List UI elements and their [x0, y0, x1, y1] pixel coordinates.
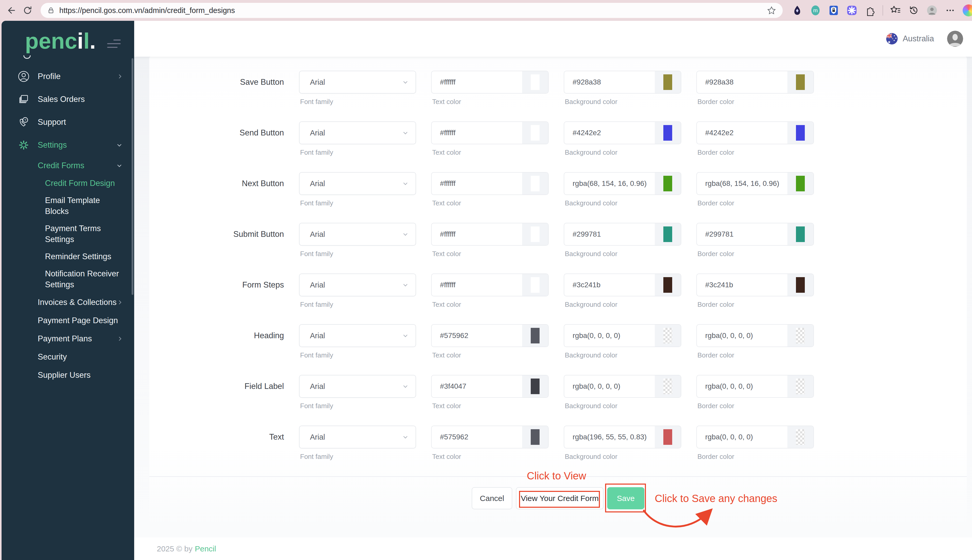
sidebar-item-sales-orders[interactable]: Sales Orders [2, 88, 134, 111]
border-color-input[interactable]: rgba(0, 0, 0, 0) [696, 426, 814, 448]
favorites-icon[interactable] [890, 5, 901, 16]
text-color-input[interactable]: #ffffff [431, 71, 549, 93]
font-family-select[interactable]: Arial [299, 172, 416, 195]
background-color-input[interactable]: rgba(0, 0, 0, 0) [564, 324, 681, 347]
back-icon[interactable] [5, 5, 17, 16]
color-swatch-button[interactable] [655, 71, 681, 93]
sidebar-item-payment-plans[interactable]: Payment Plans [2, 330, 134, 348]
url-text[interactable]: https://pencil.gos.com.vn/admin/credit_f… [59, 6, 235, 15]
color-swatch-button[interactable] [522, 274, 548, 296]
background-color-input[interactable]: #299781 [564, 223, 681, 246]
color-swatch-button[interactable] [787, 375, 814, 397]
color-swatch-button[interactable] [655, 325, 681, 347]
sidebar-item-profile[interactable]: Profile [2, 65, 134, 88]
refresh-icon[interactable] [22, 5, 33, 16]
color-swatch-button[interactable] [787, 173, 814, 195]
color-swatch-button[interactable] [522, 173, 548, 195]
font-family-select[interactable]: Arial [299, 122, 416, 144]
text-color-input[interactable]: #ffffff [431, 122, 549, 144]
sidebar-item-invoices-collections[interactable]: Invoices & Collections [2, 293, 134, 312]
sidebar-item-support[interactable]: ? Support [2, 111, 134, 133]
copilot-icon[interactable] [963, 4, 972, 17]
color-swatch-button[interactable] [522, 426, 548, 448]
footer-brand-link[interactable]: Pencil [195, 544, 216, 553]
font-family-select[interactable]: Arial [299, 273, 416, 297]
sidebar-item-credit-forms[interactable]: Credit Forms [2, 157, 134, 175]
save-button[interactable]: Save [607, 487, 644, 509]
bookmark-star-icon[interactable] [767, 6, 776, 15]
font-family-select[interactable]: Arial [299, 375, 416, 398]
sidebar-item-reminder-settings[interactable]: Reminder Settings [2, 248, 134, 265]
text-color-input[interactable]: #ffffff [431, 273, 549, 297]
more-menu-icon[interactable] [944, 5, 956, 16]
extension-flower-icon[interactable] [846, 5, 858, 16]
extension-m-icon[interactable]: m [810, 5, 821, 16]
border-color-input[interactable]: #4242e2 [696, 122, 814, 144]
extension-flame-icon[interactable] [792, 5, 803, 16]
border-color-input[interactable]: rgba(0, 0, 0, 0) [696, 375, 814, 398]
sidebar-item-payment-page-design[interactable]: Payment Page Design [2, 312, 134, 330]
color-swatch-button[interactable] [522, 375, 548, 397]
background-color-input[interactable]: #928a38 [564, 71, 681, 93]
sidebar-item-supplier-users[interactable]: Supplier Users [2, 366, 134, 384]
color-swatch-button[interactable] [522, 325, 548, 347]
background-color-input[interactable]: #4242e2 [564, 122, 681, 144]
text-color-input[interactable]: #575962 [431, 426, 549, 448]
background-color-input[interactable]: rgba(0, 0, 0, 0) [564, 375, 681, 398]
view-credit-form-button[interactable]: View Your Credit Form [516, 487, 604, 509]
color-swatch-button[interactable] [787, 122, 814, 144]
color-swatch [664, 328, 672, 343]
sidebar-item-credit-form-design[interactable]: Credit Form Design [2, 175, 134, 192]
font-family-select[interactable]: Arial [299, 223, 416, 246]
chevron-down-icon [402, 282, 409, 288]
browser-profile-icon[interactable] [926, 5, 938, 16]
border-color-input[interactable]: #928a38 [696, 71, 814, 93]
sidebar-item-settings[interactable]: Settings [2, 133, 134, 157]
color-swatch-button[interactable] [787, 223, 814, 245]
font-family-select[interactable]: Arial [299, 71, 416, 93]
border-color-input[interactable]: rgba(68, 154, 16, 0.96) [696, 172, 814, 195]
field-helper: Text color [431, 300, 549, 308]
color-swatch-button[interactable] [787, 71, 814, 93]
font-family-select[interactable]: Arial [299, 426, 416, 448]
color-swatch-button[interactable] [655, 223, 681, 245]
chevron-right-icon [117, 73, 123, 79]
color-swatch-button[interactable] [655, 375, 681, 397]
border-color-input[interactable]: #299781 [696, 223, 814, 246]
sidebar-scrollbar[interactable] [132, 58, 133, 295]
cancel-button[interactable]: Cancel [472, 487, 512, 509]
text-color-input[interactable]: #ffffff [431, 223, 549, 246]
font-family-select[interactable]: Arial [299, 324, 416, 347]
color-swatch-button[interactable] [522, 122, 548, 144]
text-color-input[interactable]: #575962 [431, 324, 549, 347]
region-selector[interactable]: Australia [886, 33, 934, 45]
border-color-input[interactable]: rgba(0, 0, 0, 0) [696, 324, 814, 347]
color-swatch-button[interactable] [522, 223, 548, 245]
pencil-logo[interactable]: pencil. [25, 28, 96, 53]
color-swatch-button[interactable] [787, 325, 814, 347]
user-avatar[interactable] [947, 31, 963, 47]
text-color-input[interactable]: #ffffff [431, 172, 549, 195]
color-swatch-button[interactable] [655, 122, 681, 144]
color-swatch-button[interactable] [787, 274, 814, 296]
extensions-puzzle-icon[interactable] [864, 5, 876, 16]
history-icon[interactable] [908, 5, 919, 16]
sidebar-item-payment-terms-settings[interactable]: Payment Terms Settings [2, 220, 134, 248]
color-swatch-button[interactable] [655, 274, 681, 296]
sidebar-collapse-icon[interactable] [107, 40, 121, 48]
sidebar-item-notification-receiver-settings[interactable]: Notification Receiver Settings [2, 265, 134, 293]
color-swatch-button[interactable] [655, 426, 681, 448]
color-swatch-button[interactable] [655, 173, 681, 195]
row-label: Submit Button [149, 223, 284, 258]
background-color-input[interactable]: #3c241b [564, 273, 681, 297]
extension-shield-icon[interactable] [828, 5, 839, 16]
color-swatch-button[interactable] [787, 426, 814, 448]
background-color-input[interactable]: rgba(68, 154, 16, 0.96) [564, 172, 681, 195]
text-color-input[interactable]: #3f4047 [431, 375, 549, 398]
background-color-input[interactable]: rgba(196, 55, 55, 0.83) [564, 426, 681, 448]
border-color-input[interactable]: #3c241b [696, 273, 814, 297]
url-bar[interactable]: https://pencil.gos.com.vn/admin/credit_f… [40, 3, 783, 18]
color-swatch-button[interactable] [522, 71, 548, 93]
sidebar-item-email-template-blocks[interactable]: Email Template Blocks [2, 192, 134, 220]
sidebar-item-security[interactable]: Security [2, 348, 134, 366]
